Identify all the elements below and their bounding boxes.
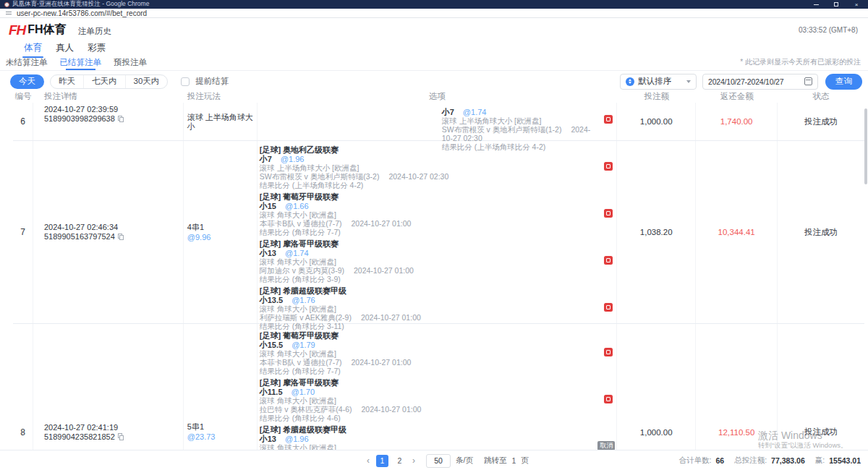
minimize-button[interactable]: [812, 1, 820, 8]
early-settle-checkbox[interactable]: [181, 77, 190, 86]
leg-match-line: 本菲卡B队 v 通德拉(7-7)2024-10-27 01:00: [260, 219, 595, 228]
leg-time: 2024-10-27 01:00: [354, 266, 414, 275]
server-clock: 03:33:52 (GMT+8): [799, 26, 859, 34]
col-header-detail: 投注详情: [33, 91, 184, 102]
sort-select[interactable]: 默认排序: [620, 74, 697, 90]
url-text[interactable]: user-pc-new.14r53786.com/#/bet_record: [17, 9, 147, 17]
table-header: 编号 投注详情 投注玩法 选项 投注额 返还金额 状态: [13, 90, 864, 103]
leg-match-line: 利萨拉瑞斯 v AEK雅典(2-9)2024-10-27 01:00: [260, 313, 595, 322]
leg-selection: 小11.5: [260, 388, 283, 396]
col-header-option: 选项: [258, 91, 618, 102]
window-titlebar: 凤凰体育-亚洲在线体育竞猜投注 - Google Chrome ×: [0, 0, 868, 9]
date-range-input[interactable]: 2024/10/27-2024/10/27: [702, 74, 818, 90]
leg-selection: 小13: [260, 435, 276, 443]
bet-play-cell: 4串1 @9.96: [184, 141, 258, 323]
leg-match: 阿加迪尔 v 奥克内莫(3-9): [260, 266, 344, 275]
leg-league: [足球] 希腊超级联赛甲级: [260, 425, 595, 434]
brand-name: FH体育: [27, 22, 66, 38]
leg-match: 利萨拉瑞斯 v AEK雅典(2-9): [260, 313, 352, 322]
row-number: 6: [13, 103, 33, 140]
count-value: 66: [715, 456, 724, 465]
red-badge-icon: [604, 209, 613, 218]
early-settle-label: 提前结算: [195, 76, 229, 87]
watermark-line2: 转到“设置”以激活 Windows。: [758, 441, 848, 449]
tab-lottery[interactable]: 彩票: [88, 42, 106, 58]
leg-odds: @1.79: [292, 341, 315, 349]
leg-selection: 小15: [260, 202, 276, 210]
subtab-settled[interactable]: 已结算注单: [60, 57, 102, 70]
filter-30days[interactable]: 30天内: [125, 75, 168, 88]
bet-time: 2024-10-27 02:39:59: [44, 105, 183, 114]
leg-league: [足球] 希腊超级联赛甲级: [260, 286, 595, 295]
leg-result: 结果比分 (角球比分 7-7): [260, 367, 595, 375]
filter-yesterday[interactable]: 昨天: [51, 75, 83, 88]
count-label: 合计单数:: [679, 456, 712, 466]
maximize-button[interactable]: [832, 1, 841, 8]
leg-play: 滚球 上半场角球大小 [欧洲盘]: [260, 163, 595, 172]
copy-icon[interactable]: [118, 433, 124, 440]
category-tabs: 体育 真人 彩票: [0, 42, 868, 58]
address-bar[interactable]: user-pc-new.14r53786.com/#/bet_record: [0, 9, 868, 18]
bet-id-line: 5189904235821852: [44, 432, 183, 442]
subtab-unsettled[interactable]: 未结算注单: [6, 57, 48, 70]
bet-table-body: 6 2024-10-27 02:39:59 5189903998299638 滚…: [13, 103, 864, 470]
prev-page-button[interactable]: ‹: [365, 456, 371, 466]
row-number: 7: [13, 141, 33, 323]
filter-today[interactable]: 今天: [10, 74, 44, 89]
leg-result: 结果比分 (角球比分 3-9): [260, 275, 595, 283]
page-1-button[interactable]: 1: [376, 455, 388, 467]
leg-time: 2024-10-27 01:00: [351, 358, 411, 367]
tab-live-casino[interactable]: 真人: [56, 42, 74, 58]
leg-match-line: SW布雷根茨 v 奥地利卢斯特瑙(1-2)2024-10-27 02:30: [442, 125, 595, 142]
tab-switcher-icon[interactable]: [6, 12, 12, 14]
red-badge-icon: [604, 348, 613, 356]
next-page-button[interactable]: ›: [411, 456, 417, 466]
page-size-select[interactable]: 50: [426, 454, 451, 468]
bet-time: 2024-10-27 02:46:34: [44, 223, 183, 232]
sort-value: 默认排序: [638, 76, 683, 87]
leg-selection: 小13: [260, 249, 276, 257]
leg-odds: @1.74: [463, 108, 487, 116]
bet-id: 5189903998299638: [44, 114, 115, 124]
status-text: 投注成功: [778, 103, 864, 140]
col-header-status: 状态: [778, 91, 864, 102]
sort-icon: [626, 77, 634, 86]
page-size-unit: 条/页: [456, 456, 473, 466]
leg-play: 滚球 角球大小 [欧洲盘]: [260, 257, 595, 266]
summary-totals: 合计单数: 66 总投注额: 77,383.06 赢: 15543.01: [679, 450, 861, 470]
leg-match: 拉巴特 v 奥林匹克萨菲(4-6): [260, 405, 352, 414]
jump-page-input[interactable]: 1: [511, 456, 516, 465]
col-header-no: 编号: [13, 91, 33, 102]
filter-7days[interactable]: 七天内: [83, 75, 125, 88]
leg-time: 2024-10-27 01:00: [351, 219, 411, 228]
footer-bar: ‹ 1 2 › 50 条/页 跳转至 1 页 合计单数: 66 总投注额: 77…: [0, 450, 868, 470]
watermark-line1: 激活 Windows: [758, 430, 848, 441]
close-button[interactable]: ×: [852, 1, 861, 8]
leg-time: 2024-10-27 01:00: [361, 313, 421, 322]
bet-leg: [足球] 奥地利乙级联赛 小7@1.96 滚球 上半场角球大小 [欧洲盘] SW…: [260, 145, 617, 189]
windows-activation-watermark: 激活 Windows 转到“设置”以激活 Windows。: [758, 430, 848, 449]
subtab-prebet[interactable]: 预投注单: [114, 57, 147, 70]
search-button[interactable]: 查询: [825, 74, 862, 90]
play-name: 滚球 上半场角球大小: [187, 113, 257, 132]
total-stake-label: 总投注额:: [734, 456, 767, 466]
window-title: 凤凰体育-亚洲在线体育竞猜投注 - Google Chrome: [12, 0, 149, 9]
scrollbar[interactable]: [864, 108, 867, 184]
pagination: ‹ 1 2 › 50 条/页 跳转至 1 页: [365, 450, 529, 470]
leg-play: 滚球 角球大小 [欧洲盘]: [260, 210, 595, 219]
leg-match-line: 本菲卡B队 v 通德拉(7-7)2024-10-27 01:00: [260, 358, 595, 367]
window-controls: ×: [812, 1, 865, 8]
leg-odds: @1.76: [292, 296, 315, 304]
leg-play: 滚球 角球大小 [欧洲盘]: [260, 396, 595, 405]
copy-icon[interactable]: [118, 116, 124, 123]
payout-amount: 1,740.00: [696, 103, 778, 140]
leg-match-line: 阿加迪尔 v 奥克内莫(3-9)2024-10-27 01:00: [260, 266, 595, 275]
tab-sports[interactable]: 体育: [24, 42, 42, 58]
copy-icon[interactable]: [118, 234, 124, 241]
red-badge-icon: [604, 395, 613, 403]
red-badge-icon: [604, 115, 613, 124]
page-2-button[interactable]: 2: [393, 455, 406, 467]
win-label: 赢:: [815, 456, 825, 466]
leg-odds: @1.70: [292, 388, 315, 396]
bet-leg: [足球] 摩洛哥甲级联赛 小11.5@1.70 滚球 角球大小 [欧洲盘] 拉巴…: [260, 378, 617, 422]
